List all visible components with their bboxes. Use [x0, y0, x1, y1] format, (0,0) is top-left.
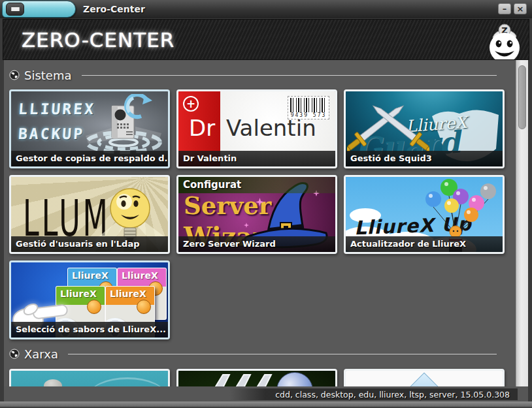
- art-detail: [88, 377, 167, 386]
- section-label: Sistema: [24, 69, 72, 82]
- tile-caption: Gestió d'usuaris en l'Ldap: [11, 236, 168, 252]
- titlebar[interactable]: Zero-Center – ×: [0, 0, 532, 18]
- barcode-digits: 9439 573: [290, 112, 327, 119]
- barcode: 9439 573: [288, 96, 329, 119]
- tile-llum[interactable]: LLUM Gestió d'usuaris en l: [9, 175, 170, 254]
- art-detail: [207, 373, 279, 386]
- globe-icon: [9, 70, 20, 80]
- window-controls: – ×: [498, 3, 527, 14]
- mascot-badge-icon: [137, 300, 151, 314]
- tile-caption: Dr Valentin: [178, 151, 335, 166]
- tile-dr-valentin[interactable]: + Dr Valentin 9439 573 Dr Valentin: [176, 89, 337, 168]
- art-detail: [44, 379, 62, 386]
- globe-art-icon: [276, 372, 313, 386]
- barcode-bars: [290, 98, 327, 112]
- tile-caption: Zero Server Wizard: [178, 236, 335, 252]
- window-bottom-edge: [0, 401, 532, 408]
- section-divider: [68, 354, 497, 354]
- dr-text: Dr: [189, 115, 215, 141]
- section-divider: [82, 75, 497, 76]
- zero-center-mascot-logo: Z: [484, 23, 525, 59]
- tile-caption: Actualitzador de LliureX: [346, 236, 503, 252]
- tile-caption: Selecció de sabors de LliureX...: [11, 322, 168, 337]
- content-area: Sistema LLIUREX BACKUP: [4, 60, 528, 386]
- scrollbar-thumb[interactable]: [518, 65, 526, 129]
- backup-server-icon: [79, 94, 168, 159]
- medical-cross-icon: +: [183, 96, 199, 112]
- close-button[interactable]: ×: [514, 3, 527, 14]
- configured-badge: Configurat: [178, 177, 335, 193]
- menu-button[interactable]: [6, 3, 24, 16]
- section-header-sistema: Sistema: [9, 67, 503, 84]
- tile-artwork: [11, 371, 168, 386]
- tile-partial-2[interactable]: [176, 369, 337, 386]
- app-tab[interactable]: [2, 1, 76, 18]
- diamond-art-icon: [408, 373, 441, 386]
- minimize-icon: –: [503, 5, 507, 13]
- vertical-scrollbar[interactable]: [516, 60, 528, 386]
- tile-seleccio-sabors[interactable]: LliureX LliureX LliureX LliureX: [9, 260, 170, 339]
- tile-partial-1[interactable]: [9, 369, 170, 386]
- tile-zero-server-wizard[interactable]: Configurat Server Wizard Zero Server Wiz…: [176, 175, 337, 254]
- tile-artwork: [346, 371, 503, 386]
- hamburger-menu-icon: [11, 7, 20, 11]
- tile-lliurex-up[interactable]: LliureX Up: [344, 175, 505, 254]
- globe-icon: [9, 349, 20, 359]
- section-header-xarxa: Xarxa: [9, 345, 503, 362]
- minimize-button[interactable]: –: [498, 3, 511, 14]
- tile-artwork: [178, 371, 335, 386]
- statusbar: cdd, class, desktop, edu, lliurex, ltsp,…: [4, 386, 528, 401]
- mascot-badge-icon: [87, 300, 101, 314]
- tile-partial-3[interactable]: [344, 369, 505, 386]
- tile-lliurex-backup[interactable]: LLIUREX BACKUP: [9, 89, 170, 168]
- zero-center-window: Zero-Center – × ZERO-CENTER Z: [0, 0, 532, 408]
- app-header-title: ZERO-CENTER: [22, 28, 175, 52]
- app-header: ZERO-CENTER Z: [3, 19, 529, 60]
- close-icon: ×: [517, 5, 524, 13]
- tile-caption: Gestor de copias de respaldo d...: [11, 151, 168, 166]
- crossed-swords-icon: [347, 91, 429, 151]
- section-label: Xarxa: [24, 347, 58, 361]
- backup-art-text: BACKUP: [18, 125, 85, 142]
- window-title: Zero-Center: [83, 0, 145, 18]
- tile-lliurex-guard[interactable]: LliureX Guard: [344, 89, 505, 168]
- status-tags: cdd, class, desktop, edu, lliurex, ltsp,…: [229, 388, 518, 400]
- tile-caption: Gestió de Squid3: [346, 151, 503, 166]
